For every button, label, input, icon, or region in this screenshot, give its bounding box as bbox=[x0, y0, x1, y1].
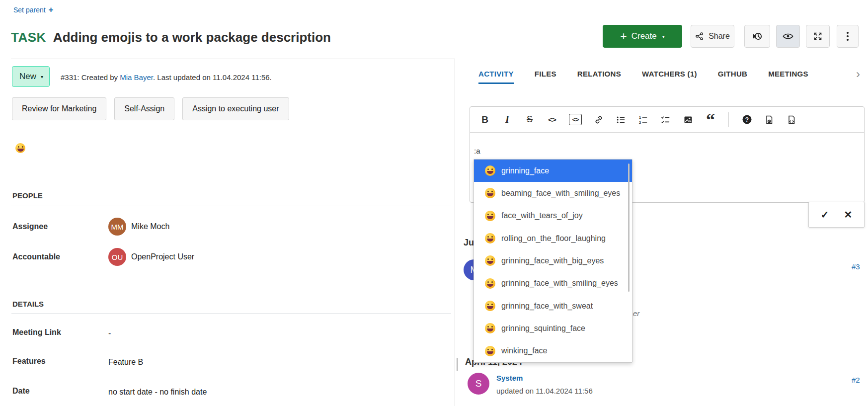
emoji-option-label: winking_face bbox=[501, 346, 548, 355]
smiling-eyes-emoji bbox=[485, 278, 495, 289]
page-title[interactable]: Adding emojis to a work package descript… bbox=[53, 30, 331, 45]
details-divider bbox=[11, 313, 451, 314]
date-label: Date bbox=[12, 387, 30, 396]
tears-of-joy-emoji bbox=[485, 211, 495, 221]
meta-prefix: #331: Created by bbox=[61, 73, 120, 81]
avatar: OU bbox=[108, 248, 126, 266]
more-actions-button[interactable] bbox=[837, 25, 859, 48]
watch-button[interactable] bbox=[776, 25, 800, 48]
avatar: MM bbox=[108, 218, 126, 236]
work-package-type[interactable]: TASK bbox=[11, 30, 46, 45]
status-label: New bbox=[19, 72, 36, 81]
fullscreen-button[interactable] bbox=[806, 25, 830, 48]
grinning-face-emoji bbox=[485, 165, 495, 176]
people-divider bbox=[11, 206, 451, 206]
description-grinning-face-emoji bbox=[15, 143, 25, 153]
squinting-emoji bbox=[485, 323, 495, 333]
create-button[interactable]: + Create ▾ bbox=[603, 25, 682, 48]
activity-panel: ACTIVITY FILES RELATIONS WATCHERS (1) GI… bbox=[455, 59, 868, 406]
history-icon bbox=[752, 31, 763, 42]
journal-number-link[interactable]: #3 bbox=[852, 262, 860, 271]
emoji-option-label: rolling_on_the_floor_laughing bbox=[501, 234, 606, 243]
share-icon bbox=[695, 32, 704, 41]
people-section-title: PEOPLE bbox=[12, 191, 43, 200]
emoji-option-label: grinning_squinting_face bbox=[501, 324, 585, 333]
plus-icon: + bbox=[49, 6, 54, 13]
work-package-page: Set parent+ TASK Adding emojis to a work… bbox=[0, 0, 868, 406]
assignee-value[interactable]: MM Mike Moch bbox=[108, 218, 169, 236]
review-for-marketing-button[interactable]: Review for Marketing bbox=[12, 97, 106, 120]
emoji-option-label: grinning_face_with_smiling_eyes bbox=[501, 279, 618, 288]
day-header-bar bbox=[457, 358, 458, 371]
date-value[interactable]: no start date - no finish date bbox=[108, 388, 207, 397]
emoji-option-sweat[interactable]: grinning_face_with_sweat bbox=[474, 295, 632, 317]
features-value[interactable]: Feature B bbox=[108, 358, 143, 367]
beaming-face-emoji bbox=[485, 188, 495, 198]
system-author-link[interactable]: System bbox=[496, 374, 523, 382]
expand-icon bbox=[813, 31, 823, 41]
assign-to-executing-user-button[interactable]: Assign to executing user bbox=[182, 97, 289, 120]
emoji-option-label: grinning_face bbox=[501, 166, 549, 175]
meeting-link-label: Meeting Link bbox=[12, 328, 61, 337]
obscured-text-fragment: er bbox=[633, 309, 639, 318]
assignee-label: Assignee bbox=[12, 222, 48, 231]
assignee-name: Mike Moch bbox=[131, 222, 169, 231]
status-dropdown[interactable]: New ▾ bbox=[12, 66, 50, 87]
emoji-option-beaming-face[interactable]: beaming_face_with_smiling_eyes bbox=[474, 182, 632, 204]
plus-icon: + bbox=[620, 31, 627, 41]
create-label: Create bbox=[631, 31, 657, 41]
emoji-option-smiling-eyes[interactable]: grinning_face_with_smiling_eyes bbox=[474, 272, 632, 295]
emoji-autocomplete-dropdown: grinning_face beaming_face_with_smiling_… bbox=[473, 159, 632, 363]
header-divider bbox=[11, 59, 455, 59]
share-button[interactable]: Share bbox=[691, 25, 734, 48]
day-header-partial: Ju bbox=[464, 238, 474, 248]
emoji-option-big-eyes[interactable]: grinning_face_with_big_eyes bbox=[474, 249, 632, 272]
title-row: TASK Adding emojis to a work package des… bbox=[11, 30, 331, 45]
kebab-icon bbox=[847, 32, 849, 34]
meta-suffix: . Last updated on 11.04.2024 11:56. bbox=[153, 73, 272, 81]
features-label: Features bbox=[12, 357, 46, 366]
set-parent-label: Set parent bbox=[13, 6, 46, 14]
dropdown-scrollbar[interactable] bbox=[628, 163, 630, 292]
baseline-comparison-button[interactable] bbox=[744, 25, 770, 48]
journal-number-link[interactable]: #2 bbox=[852, 376, 860, 384]
author-link[interactable]: Mia Bayer bbox=[120, 73, 153, 81]
accountable-value[interactable]: OU OpenProject User bbox=[108, 248, 194, 266]
emoji-option-winking[interactable]: winking_face bbox=[474, 340, 632, 362]
emoji-option-label: face_with_tears_of_joy bbox=[501, 211, 583, 220]
work-package-meta: #331: Created by Mia Bayer. Last updated… bbox=[61, 73, 272, 81]
accountable-name: OpenProject User bbox=[131, 252, 194, 261]
entry-updated-text: updated on 11.04.2024 11:56 bbox=[496, 387, 593, 395]
emoji-option-tears-of-joy[interactable]: face_with_tears_of_joy bbox=[474, 205, 632, 227]
sweat-emoji bbox=[485, 301, 495, 311]
emoji-option-label: beaming_face_with_smiling_eyes bbox=[501, 189, 620, 198]
chevron-down-icon: ▾ bbox=[662, 34, 665, 39]
details-section-title: DETAILS bbox=[12, 300, 44, 308]
chevron-down-icon: ▾ bbox=[41, 74, 43, 80]
avatar: S bbox=[468, 373, 489, 395]
eye-icon bbox=[783, 32, 793, 40]
rofl-emoji bbox=[485, 233, 495, 244]
emoji-option-rofl[interactable]: rolling_on_the_floor_laughing bbox=[474, 227, 632, 249]
self-assign-button[interactable]: Self-Assign bbox=[114, 97, 174, 120]
winking-emoji bbox=[485, 346, 495, 356]
emoji-option-label: grinning_face_with_big_eyes bbox=[501, 256, 604, 265]
emoji-option-label: grinning_face_with_sweat bbox=[501, 302, 593, 311]
workflow-actions: Review for Marketing Self-Assign Assign … bbox=[12, 97, 289, 120]
meeting-link-value[interactable]: - bbox=[108, 329, 111, 338]
emoji-option-grinning-face[interactable]: grinning_face bbox=[474, 160, 632, 182]
emoji-option-squinting[interactable]: grinning_squinting_face bbox=[474, 317, 632, 339]
share-label: Share bbox=[709, 32, 730, 41]
set-parent-link[interactable]: Set parent+ bbox=[13, 6, 54, 14]
big-eyes-emoji bbox=[485, 255, 495, 266]
accountable-label: Accountable bbox=[12, 252, 60, 261]
